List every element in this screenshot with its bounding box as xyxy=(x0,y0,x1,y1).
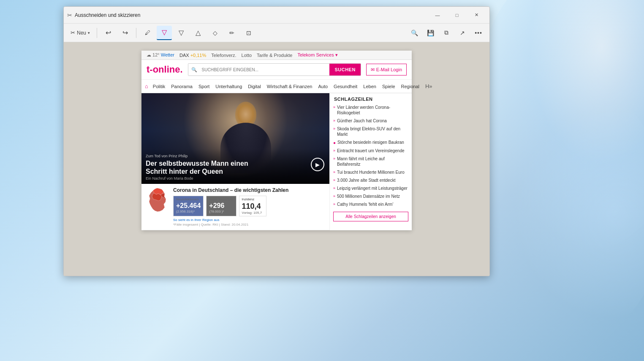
title-controls: — □ ✕ xyxy=(428,8,486,22)
site-main: Zum Tod von Prinz Philip Der selbstbewus… xyxy=(141,93,412,230)
search-icon: 🔍 xyxy=(188,63,200,76)
eraser-button[interactable]: ◇ xyxy=(207,26,223,40)
news-item-1[interactable]: » Vier Länder werden Corona-Risikogebiet xyxy=(333,103,408,117)
more-options-button[interactable]: ••• xyxy=(471,26,486,40)
maximize-button[interactable]: □ xyxy=(447,8,467,22)
weather-link[interactable]: Wetter xyxy=(161,52,174,57)
weather-text: 12° xyxy=(152,52,161,57)
pen-highlight-button[interactable]: ▽ xyxy=(157,26,172,40)
hero-title: Der selbstbewusste Mann einen Schritt hi… xyxy=(146,159,325,175)
news-item-2[interactable]: » Günther Jauch hat Corona xyxy=(333,117,408,125)
nav-panorama[interactable]: Panorama xyxy=(168,80,196,93)
share-icon: ↗ xyxy=(460,30,465,36)
new-button[interactable]: ✂ Neu ▾ xyxy=(67,26,93,40)
separator-1 xyxy=(97,28,97,38)
logo-text: t-online xyxy=(147,64,180,75)
news-text: Cathy Hummels 'fehlt ein Arm' xyxy=(337,202,393,207)
news-item-8[interactable]: » 3.000 Jahre alte Stadt entdeckt xyxy=(333,176,408,184)
redo-icon: ↪ xyxy=(122,29,128,37)
corona-content: Corona in Deutschland – die wichtigsten … xyxy=(173,187,325,226)
site-logo[interactable]: t-online. xyxy=(147,64,183,75)
nav-items: Politik Panorama Sport Unterhaltung Digi… xyxy=(150,80,435,93)
news-text: Tui braucht Hunderte Millionen Euro xyxy=(337,170,405,175)
news-item-4[interactable]: ● Störche besiedeln riesigen Baukran xyxy=(333,138,408,147)
save-button[interactable]: 💾 xyxy=(423,26,438,40)
nav-digital[interactable]: Digital xyxy=(245,80,264,93)
weather-info: ☁ 12° ☁ 12° Wetter Wetter xyxy=(147,52,174,58)
alle-schlagzeilen-button[interactable]: Alle Schlagzeilen anzeigen xyxy=(333,212,408,221)
dax-label: DAX xyxy=(179,53,189,58)
redo-button[interactable]: ↪ xyxy=(117,26,133,40)
ballpoint-icon: ▽ xyxy=(179,29,184,37)
scissors-icon: ✂ xyxy=(71,30,75,36)
nav-link-telefonverz[interactable]: Telefonverz. xyxy=(211,53,236,58)
nav-leben[interactable]: Leben xyxy=(360,80,379,93)
nav-wirtschaft[interactable]: Wirtschaft & Finanzen xyxy=(264,80,315,93)
logo-dot: . xyxy=(180,64,182,75)
chevron-down-icon: ▾ xyxy=(88,31,90,35)
ruler-button[interactable]: ✏ xyxy=(224,26,239,40)
copy-button[interactable]: ⧉ xyxy=(439,26,454,40)
share-button[interactable]: ↗ xyxy=(455,26,470,40)
toolbar: ✂ Neu ▾ ↩ ↪ 🖊 ▽ ▽ △ ◇ ✏ xyxy=(64,24,489,42)
play-button[interactable]: ▶ xyxy=(311,158,324,171)
news-item-7[interactable]: » Tui braucht Hunderte Millionen Euro xyxy=(333,168,408,176)
nav-unterhaltung[interactable]: Unterhaltung xyxy=(212,80,245,93)
news-item-6[interactable]: » Mann fährt mit Leiche auf Beifahrersit… xyxy=(333,155,408,168)
telekom-services-link[interactable]: Telekom Services ▾ xyxy=(297,52,337,58)
close-button[interactable]: ✕ xyxy=(467,8,486,22)
ballpoint-pen-button[interactable]: ▽ xyxy=(174,26,189,40)
screenshot-content: ☁ 12° ☁ 12° Wetter Wetter DAX +0,11% Tel… xyxy=(141,51,412,230)
region-link[interactable]: So sieht es in Ihrer Region aus xyxy=(173,218,219,222)
app-icon: ✂ xyxy=(67,12,72,19)
inzidenz-label: Inzidenz xyxy=(242,197,264,201)
search-button[interactable]: SUCHEN xyxy=(329,63,360,76)
news-item-9[interactable]: » Leipzig verlängert mit Leistungsträger xyxy=(333,184,408,192)
home-icon[interactable]: ⌂ xyxy=(145,83,148,89)
nav-spiele[interactable]: Spiele xyxy=(379,80,398,93)
nav-link-tarife[interactable]: Tarife & Produkte xyxy=(257,53,292,58)
search-input[interactable] xyxy=(200,63,330,76)
minimize-button[interactable]: — xyxy=(428,8,447,22)
email-login-button[interactable]: ✉ E-Mail Login xyxy=(366,64,407,75)
zoom-in-button[interactable]: 🔍 xyxy=(407,26,422,40)
news-item-5[interactable]: » Eintracht trauert um Vereinslegende xyxy=(333,147,408,155)
arrow-icon: » xyxy=(333,170,335,175)
crop-button[interactable]: ⊡ xyxy=(241,26,256,40)
nav-more[interactable]: H» xyxy=(422,80,435,93)
news-item-3[interactable]: » Skoda bringt Elektro-SUV auf den Markt xyxy=(333,125,408,138)
nav-sport[interactable]: Sport xyxy=(196,80,212,93)
news-text: Mann fährt mit Leiche auf Beifahrersitz xyxy=(337,156,408,167)
news-text: Störche besiedeln riesigen Baukran xyxy=(337,140,404,145)
news-text: Günther Jauch hat Corona xyxy=(337,118,387,124)
germany-map xyxy=(146,187,169,213)
arrow-icon: » xyxy=(333,105,335,110)
title-bar: ✂ Ausschneiden und skizzieren — □ ✕ xyxy=(64,7,489,24)
arrow-icon: » xyxy=(333,178,335,183)
nav-politik[interactable]: Politik xyxy=(150,80,168,93)
dax-value[interactable]: +0,11% xyxy=(190,53,207,58)
highlighter-button[interactable]: △ xyxy=(190,26,206,40)
nav-gesundheit[interactable]: Gesundheit xyxy=(331,80,360,93)
save-icon: 💾 xyxy=(427,30,434,36)
news-text: 500 Millionen Datensätze im Netz xyxy=(337,194,400,199)
nav-auto[interactable]: Auto xyxy=(315,80,331,93)
todesfaelle-box: Neue Todesfälle +296 (78.003 )* xyxy=(206,196,236,216)
inzidenz-vortag: Vortag: 105,7 xyxy=(242,211,264,215)
touch-write-button[interactable]: 🖊 xyxy=(140,26,155,40)
copy-icon: ⧉ xyxy=(444,29,448,36)
news-text: Eintracht trauert um Vereinslegende xyxy=(337,148,405,154)
hero-subtitle: Ein Nachruf von Maria Bode xyxy=(146,176,325,180)
news-item-11[interactable]: » Cathy Hummels 'fehlt ein Arm' xyxy=(333,200,408,208)
ruler-icon: ✏ xyxy=(229,30,234,36)
undo-button[interactable]: ↩ xyxy=(101,26,116,40)
news-text: Vier Länder werden Corona-Risikogebiet xyxy=(337,105,408,116)
arrow-icon: » xyxy=(333,156,335,162)
nav-regional[interactable]: Regional xyxy=(398,80,422,93)
nav-link-lotto[interactable]: Lotto xyxy=(242,53,252,58)
corona-widget: Corona in Deutschland – die wichtigsten … xyxy=(141,184,329,230)
germany-map-svg xyxy=(146,187,169,213)
hero-image[interactable]: Zum Tod von Prinz Philip Der selbstbewus… xyxy=(141,93,329,184)
news-item-10[interactable]: » 500 Millionen Datensätze im Netz xyxy=(333,192,408,200)
pen-highlight-icon: ▽ xyxy=(162,28,167,36)
